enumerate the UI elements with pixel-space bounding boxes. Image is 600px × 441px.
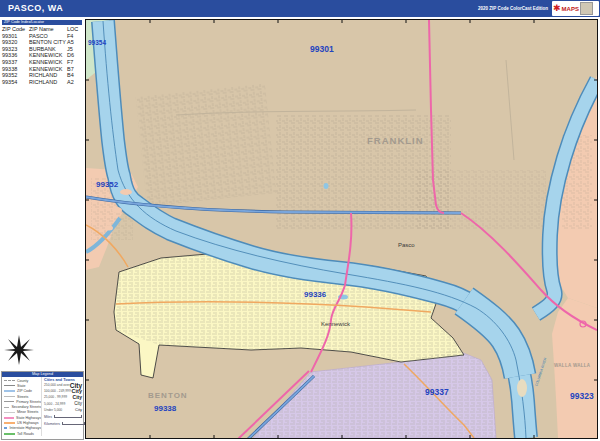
legend-symbols-column: County State ZIP Code Streets Primary St…: [2, 377, 41, 436]
state-line-symbol: [4, 385, 15, 386]
logo-star-icon: ✱: [553, 4, 561, 13]
city-label-pasco: Pasco: [398, 242, 415, 248]
zip-label-99337: 99337: [425, 387, 449, 397]
compass-rose-icon: [4, 335, 34, 365]
river-island: [112, 207, 122, 213]
street-grid-texture: [136, 84, 277, 207]
county-label-walla-walla: WALLA WALLA: [554, 363, 590, 368]
river-island: [517, 379, 527, 397]
table-row: 99354RICHLANDA2: [2, 79, 85, 86]
county-label-franklin: FRANKLIN: [367, 135, 424, 146]
title-bar: PASCO, WA 2020 ZIP Code ColorCast Editio…: [0, 0, 600, 17]
col-loc: LOC: [67, 26, 79, 33]
table-row: 99301PASCOF4: [2, 33, 85, 40]
table-row: 99352RICHLANDB4: [2, 72, 85, 79]
scale-bar: [54, 415, 82, 418]
state-highway-symbol: [4, 417, 14, 419]
minor-streets-symbol: [4, 412, 15, 413]
scale-bar-kilometers: Kilometers: [44, 421, 85, 427]
legend-columns: County State ZIP Code Streets Primary St…: [2, 377, 83, 436]
table-row: 99336KENNEWICKD6: [2, 52, 85, 59]
river-island: [105, 226, 113, 231]
county-line-symbol: [4, 380, 15, 381]
table-row: 99323BURBANKJ5: [2, 46, 85, 53]
legend-item: Toll Roads: [4, 431, 41, 436]
zip-table: ZIP Code ZIP Name LOC 99301PASCOF4 99320…: [2, 26, 85, 85]
region-99323-burbank-south: [552, 298, 597, 438]
logo-text: MAPS: [562, 6, 579, 12]
zip-label-99338: 99338: [154, 404, 176, 413]
edition-label: 2020 ZIP Code ColorCast Edition: [478, 6, 548, 11]
zip-table-header: ZIP Code ZIP Name LOC: [2, 26, 85, 33]
map-legend: Map Legend County State ZIP Code Streets…: [1, 371, 84, 440]
lake: [324, 183, 329, 189]
zip-label-99323: 99323: [570, 391, 594, 401]
streets-symbol: [4, 396, 15, 397]
zip-label-99352: 99352: [96, 180, 118, 189]
map-poster-page: PASCO, WA 2020 ZIP Code ColorCast Editio…: [0, 0, 600, 441]
map-graphic: [86, 20, 597, 438]
zip-label-99354: 99354: [88, 39, 106, 46]
scale-bar-miles: Miles: [44, 414, 85, 420]
toll-road-symbol: [4, 433, 15, 435]
table-row: 99337KENNEWICKF7: [2, 59, 85, 66]
page-title: PASCO, WA: [8, 0, 63, 17]
primary-streets-symbol: [4, 401, 14, 402]
zip-label-99301: 99301: [310, 44, 334, 54]
zip-table-title: ZIP Code Index/Locator: [2, 20, 82, 25]
us-highway-symbol: [4, 422, 15, 424]
secondary-streets-symbol: [4, 407, 9, 408]
col-zip-code: ZIP Code: [2, 26, 29, 33]
river-island: [120, 189, 132, 195]
logo-seal: [580, 2, 593, 15]
legend-item: Interstate Highways: [4, 426, 41, 431]
city-label-kennewick: Kennewick: [321, 321, 350, 327]
interstate-symbol: [4, 427, 7, 429]
county-label-benton: BENTON: [148, 391, 188, 400]
map-canvas: 99354 99301 99352 99336 99338 99337 9932…: [85, 19, 598, 439]
table-row: 99320BENTON CITYA5: [2, 39, 85, 46]
zip-label-99336: 99336: [304, 290, 326, 299]
publisher-logo: ✱ MAPS: [552, 1, 599, 16]
city-class-row: Under 5,000City: [44, 407, 85, 413]
scale-bar: [62, 422, 85, 425]
table-row: 99338KENNEWICKB7: [2, 66, 85, 73]
legend-cities-column: Cities and Towns 250,000 and overCity 10…: [41, 377, 85, 436]
zip-line-symbol: [4, 390, 15, 392]
col-zip-name: ZIP Name: [29, 26, 67, 33]
